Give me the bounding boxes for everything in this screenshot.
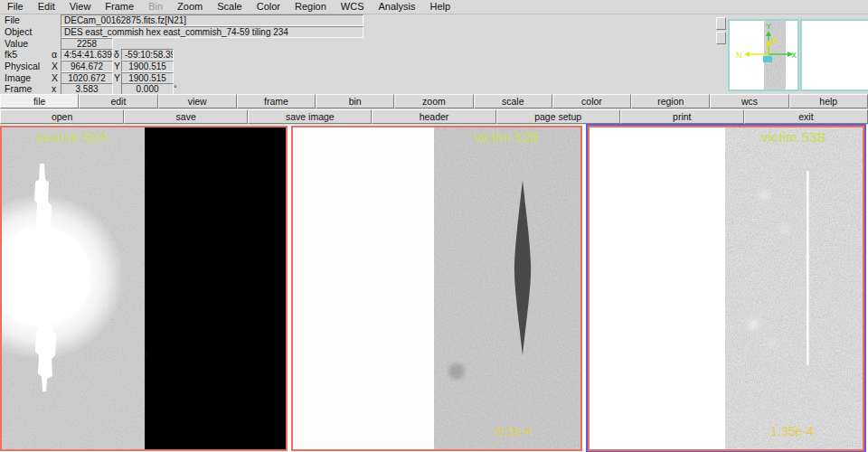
region-label-victim-53b: victim 53B [761,129,826,145]
save-image-button[interactable]: save image [248,109,372,124]
region-label-source: source 52A [37,129,108,145]
physical-y-label: Y [114,61,120,71]
frame-3-blank-half [590,127,725,449]
panel-grip[interactable] [716,17,726,30]
north-label: N [736,51,742,60]
file-label: File [5,14,20,25]
degree-symbol: ° [174,83,177,94]
menu-zoom[interactable]: Zoom [170,0,210,14]
toolbar-color-button[interactable]: color [552,94,631,108]
x-axis-label: X [791,51,797,60]
dec-field[interactable]: -59:10:58.39 [121,49,174,61]
panel-grip[interactable] [716,32,726,44]
frame-3-image [590,127,863,449]
menu-region[interactable]: Region [288,0,334,14]
image-label: Image [5,72,31,83]
toolbar-scale-button[interactable]: scale [474,94,552,108]
y-axis-label: Y [766,22,771,31]
frame-3[interactable]: victim 53B 1.35e-4 [588,126,864,451]
toolbar-view-button[interactable]: view [158,94,237,108]
toolbar-region-button[interactable]: region [631,94,710,108]
menu-color[interactable]: Color [250,0,288,14]
menu-analysis[interactable]: Analysis [372,0,423,14]
object-label: Object [5,26,32,37]
frame-1-blank-half [145,127,286,449]
magnifier[interactable] [800,19,868,91]
toolbar-help-button[interactable]: help [789,94,868,108]
faint-dark-blob [448,363,465,380]
page-setup-button[interactable]: page setup [496,109,620,124]
ds9-window: File Edit View Frame Bin Zoom Scale Colo… [0,0,868,452]
toolbar-categories: file edit view frame bin zoom scale colo… [0,94,868,108]
menu-help[interactable]: Help [423,0,458,14]
panner[interactable]: N E X Y [728,19,799,91]
fk5-label: fk5 [5,49,17,60]
toolbar-edit-button[interactable]: edit [79,94,157,108]
panner-image-strip [764,21,786,89]
menu-wcs[interactable]: WCS [334,0,372,14]
frames-area: source 52A victim 52B -9.1e-4 [0,125,868,452]
image-y-label: Y [114,72,120,83]
ra-label: α [52,49,57,60]
file-value-field[interactable]: DECam_00162875.fits.fz[N21] [61,14,363,26]
east-label: E [772,36,778,45]
value-label: Value [5,38,28,49]
menu-bar: File Edit View Frame Bin Zoom Scale Colo… [0,0,868,14]
region-value-52b: -9.1e-4 [492,424,532,438]
frame-1-image [2,127,286,449]
view-box-indicator[interactable] [763,56,772,62]
region-label-victim-52b: victim 52B [474,129,539,145]
save-button[interactable]: save [124,109,248,124]
physical-label: Physical [5,61,40,71]
menu-edit[interactable]: Edit [31,0,62,14]
dec-label: δ [114,49,119,60]
menu-file[interactable]: File [0,0,31,14]
toolbar-file-actions: open save save image header page setup p… [0,109,868,124]
physical-x-label: X [52,61,58,71]
frame-1[interactable]: source 52A [0,126,288,451]
toolbar-frame-button[interactable]: frame [237,94,316,108]
toolbar-bin-button[interactable]: bin [316,94,394,108]
bright-streak [807,171,809,365]
ra-field[interactable]: 4:54:41.639 [61,49,113,61]
frame-2[interactable]: victim 52B -9.1e-4 [291,126,582,451]
print-button[interactable]: print [620,109,744,124]
header-button[interactable]: header [372,109,495,124]
frame-2-image [293,127,580,449]
menu-scale[interactable]: Scale [210,0,250,14]
panner-canvas: N E X Y [730,21,797,89]
physical-y-field[interactable]: 1900.515 [121,61,174,72]
open-button[interactable]: open [0,109,124,124]
menu-frame[interactable]: Frame [98,0,141,14]
menu-view[interactable]: View [62,0,99,14]
frame-2-blank-half [293,127,434,449]
region-value-53b: 1.35e-4 [770,424,813,438]
physical-x-field[interactable]: 964.672 [61,61,113,72]
toolbar-wcs-button[interactable]: wcs [710,94,788,108]
exit-button[interactable]: exit [744,109,868,124]
toolbar-file-button[interactable]: file [0,94,79,108]
north-arrowhead [744,52,750,57]
toolbar-zoom-button[interactable]: zoom [394,94,473,108]
zoom-factor-label: x [52,83,56,94]
object-value-field[interactable]: DES east_commish hex east_commish_74-59 … [61,26,363,38]
image-x-label: X [52,72,58,83]
menu-bin: Bin [141,0,170,14]
